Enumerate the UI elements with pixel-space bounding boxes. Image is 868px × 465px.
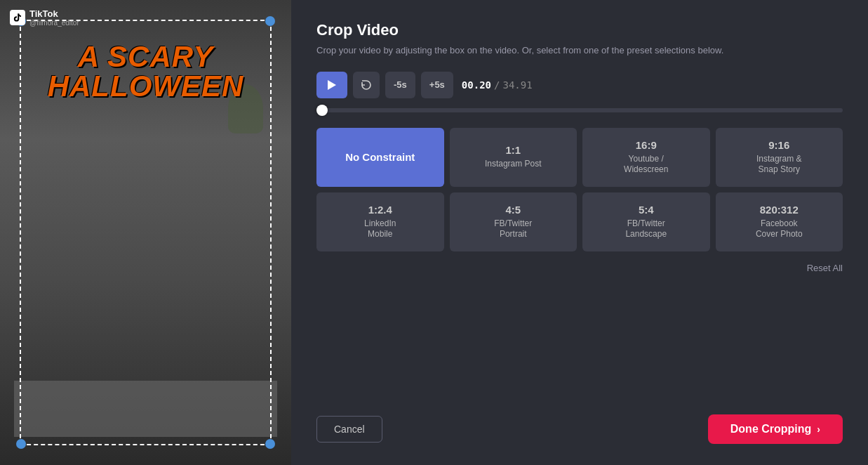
preset-label-6: FB/TwitterLandscape [625, 218, 667, 240]
preset-grid: No Constraint 1:1 Instagram Post 16:9 Yo… [316, 128, 843, 251]
progress-bar[interactable] [316, 108, 843, 112]
current-time: 00.20 [462, 79, 491, 91]
done-cropping-button[interactable]: Done Cropping › [708, 414, 843, 444]
preset-label-3: Instagram &Snap Story [756, 154, 802, 176]
preset-label-4: LinkedInMobile [364, 218, 396, 240]
crop-handle-bottom-right[interactable] [265, 439, 275, 449]
video-preview-panel: TikTok @filmora_editor A SCARY HALLOWEEN [0, 0, 291, 465]
tiktok-logo-icon [10, 10, 25, 25]
action-buttons-row: Cancel Done Cropping › [316, 414, 843, 444]
preset-1-1[interactable]: 1:1 Instagram Post [450, 128, 577, 187]
reset-button[interactable] [353, 72, 380, 98]
cancel-button[interactable]: Cancel [316, 416, 382, 443]
video-area: TikTok @filmora_editor A SCARY HALLOWEEN [0, 0, 291, 465]
preset-ratio-7: 820:312 [760, 204, 799, 216]
crop-box[interactable] [20, 20, 272, 445]
preset-820-312[interactable]: 820:312 FacebookCover Photo [716, 192, 843, 251]
preset-4-5[interactable]: 4:5 FB/TwitterPortrait [450, 192, 577, 251]
preset-label-2: Youtube /Widescreen [624, 154, 668, 176]
tiktok-info: TikTok @filmora_editor [29, 8, 79, 27]
preset-label-7: FacebookCover Photo [756, 218, 803, 240]
crop-settings-panel: Crop Video Crop your video by adjusting … [291, 0, 868, 465]
panel-subtitle: Crop your video by adjusting the box on … [316, 44, 843, 58]
playback-controls: -5s +5s 00.20 / 34.91 [316, 72, 843, 98]
progress-thumb[interactable] [316, 105, 328, 116]
preset-no-constraint[interactable]: No Constraint [316, 128, 444, 187]
chevron-right-icon: › [817, 424, 820, 435]
preset-ratio-3: 9:16 [768, 139, 789, 151]
tiktok-header: TikTok @filmora_editor [10, 8, 79, 27]
preset-ratio-0: No Constraint [345, 151, 415, 163]
done-label: Done Cropping [730, 423, 812, 435]
preset-16-9[interactable]: 16:9 Youtube /Widescreen [582, 128, 710, 187]
skip-back-button[interactable]: -5s [385, 72, 415, 98]
total-time: 34.91 [502, 79, 532, 91]
tiktok-handle: @filmora_editor [29, 19, 79, 27]
preset-label-1: Instagram Post [485, 159, 542, 170]
time-display: 00.20 / 34.91 [462, 79, 533, 91]
preset-1-2-4[interactable]: 1:2.4 LinkedInMobile [316, 192, 444, 251]
crop-handle-bottom-left[interactable] [16, 439, 26, 449]
tiktok-app-name: TikTok [29, 8, 79, 19]
preset-9-16[interactable]: 9:16 Instagram &Snap Story [716, 128, 843, 187]
preset-label-5: FB/TwitterPortrait [494, 218, 532, 240]
svg-marker-0 [328, 80, 336, 90]
preset-ratio-6: 5:4 [639, 204, 654, 216]
preset-5-4[interactable]: 5:4 FB/TwitterLandscape [582, 192, 710, 251]
preset-ratio-1: 1:1 [505, 144, 521, 156]
preset-ratio-2: 16:9 [636, 139, 657, 151]
crop-handle-top-right[interactable] [265, 16, 275, 26]
panel-title: Crop Video [316, 21, 843, 39]
skip-forward-button[interactable]: +5s [421, 72, 453, 98]
preset-ratio-4: 1:2.4 [368, 204, 392, 216]
reset-row: Reset All [316, 263, 843, 273]
reset-all-button[interactable]: Reset All [807, 263, 843, 273]
preset-ratio-5: 4:5 [505, 204, 521, 216]
play-button[interactable] [316, 72, 347, 98]
time-separator: / [494, 79, 500, 91]
